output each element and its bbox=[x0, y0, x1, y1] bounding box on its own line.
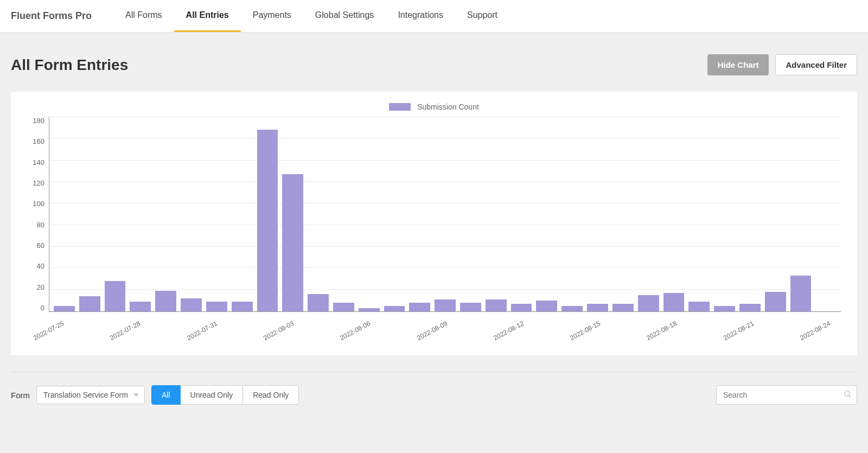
legend-label: Submission Count bbox=[417, 103, 479, 111]
search-input[interactable] bbox=[716, 385, 857, 405]
bar bbox=[612, 304, 634, 311]
y-tick: 80 bbox=[37, 221, 44, 229]
filters-row: Form Translation Service Form AllUnread … bbox=[11, 385, 857, 405]
chart-area: 180160140120100806040200 2022-07-252022-… bbox=[27, 117, 841, 339]
chart-card: Submission Count 18016014012010080604020… bbox=[11, 92, 857, 355]
nav-tab-all-entries[interactable]: All Entries bbox=[174, 0, 241, 32]
bar bbox=[181, 298, 202, 311]
bar bbox=[257, 130, 278, 311]
bar bbox=[790, 276, 812, 311]
bar bbox=[638, 295, 659, 311]
x-tick: 2022-08-09 bbox=[416, 320, 449, 342]
bar bbox=[714, 306, 735, 311]
bar bbox=[105, 281, 126, 311]
bar bbox=[765, 292, 786, 311]
bar bbox=[130, 302, 151, 311]
bar bbox=[359, 308, 380, 311]
bar bbox=[739, 304, 761, 311]
y-tick: 160 bbox=[33, 137, 44, 145]
chart-x-axis: 2022-07-252022-07-282022-07-312022-08-03… bbox=[49, 312, 841, 339]
page-title: All Form Entries bbox=[11, 56, 128, 74]
x-tick: 2022-08-12 bbox=[492, 320, 525, 342]
bar bbox=[155, 291, 176, 311]
nav-tabs: All FormsAll EntriesPaymentsGlobal Setti… bbox=[113, 0, 509, 32]
form-select[interactable]: Translation Service Form bbox=[36, 386, 145, 404]
nav-tab-integrations[interactable]: Integrations bbox=[386, 0, 455, 32]
hide-chart-button[interactable]: Hide Chart bbox=[707, 54, 769, 75]
top-nav: Fluent Forms Pro All FormsAll EntriesPay… bbox=[0, 0, 868, 33]
x-tick: 2022-08-24 bbox=[799, 320, 832, 342]
bar bbox=[511, 304, 532, 311]
x-tick: 2022-08-06 bbox=[339, 320, 372, 342]
filter-all[interactable]: All bbox=[151, 385, 181, 405]
filter-read-only[interactable]: Read Only bbox=[243, 385, 299, 405]
y-tick: 40 bbox=[37, 262, 44, 270]
bar bbox=[333, 303, 354, 311]
y-tick: 100 bbox=[33, 200, 44, 208]
status-filter-group: AllUnread OnlyRead Only bbox=[151, 385, 299, 405]
bar bbox=[688, 302, 710, 311]
x-tick: 2022-08-15 bbox=[569, 320, 602, 342]
nav-tab-all-forms[interactable]: All Forms bbox=[113, 0, 174, 32]
bar bbox=[536, 301, 557, 311]
y-tick: 140 bbox=[33, 158, 44, 167]
chart-bars bbox=[49, 117, 841, 311]
bar bbox=[663, 293, 685, 311]
chart-plot bbox=[49, 117, 841, 312]
y-tick: 180 bbox=[33, 117, 44, 125]
y-tick: 0 bbox=[41, 304, 44, 312]
header-actions: Hide Chart Advanced Filter bbox=[707, 54, 857, 75]
advanced-filter-button[interactable]: Advanced Filter bbox=[775, 54, 857, 75]
page-header: All Form Entries Hide Chart Advanced Fil… bbox=[11, 54, 857, 75]
nav-tab-global-settings[interactable]: Global Settings bbox=[303, 0, 386, 32]
x-tick: 2022-07-28 bbox=[109, 320, 142, 342]
x-tick: 2022-08-18 bbox=[646, 320, 679, 342]
bar bbox=[384, 306, 405, 311]
svg-point-0 bbox=[845, 391, 850, 396]
search-wrap bbox=[716, 385, 857, 405]
y-tick: 60 bbox=[37, 241, 44, 250]
nav-tab-support[interactable]: Support bbox=[455, 0, 509, 32]
bar bbox=[486, 299, 507, 311]
x-tick: 2022-08-03 bbox=[262, 320, 295, 342]
search-icon bbox=[843, 390, 852, 400]
bar bbox=[232, 302, 253, 311]
bar bbox=[308, 294, 329, 311]
chart-legend: Submission Count bbox=[27, 103, 841, 111]
bar bbox=[587, 304, 608, 311]
form-select-label: Form bbox=[11, 391, 30, 400]
brand-title: Fluent Forms Pro bbox=[11, 10, 92, 22]
bar bbox=[435, 299, 456, 311]
y-tick: 20 bbox=[37, 283, 44, 291]
nav-tab-payments[interactable]: Payments bbox=[241, 0, 303, 32]
bar bbox=[79, 296, 100, 311]
divider bbox=[11, 372, 857, 372]
chart-y-axis: 180160140120100806040200 bbox=[27, 117, 49, 312]
x-tick: 2022-07-25 bbox=[32, 320, 65, 342]
bar bbox=[206, 302, 227, 311]
svg-line-1 bbox=[849, 395, 851, 397]
bar bbox=[561, 306, 583, 311]
x-tick: 2022-08-21 bbox=[722, 320, 755, 342]
y-tick: 120 bbox=[33, 179, 44, 187]
bar bbox=[54, 306, 75, 311]
bar bbox=[409, 303, 430, 311]
bar bbox=[282, 174, 303, 311]
filters-left: Form Translation Service Form AllUnread … bbox=[11, 385, 299, 405]
filter-unread-only[interactable]: Unread Only bbox=[181, 385, 244, 405]
x-tick: 2022-07-31 bbox=[186, 320, 219, 342]
bar bbox=[460, 303, 481, 311]
legend-swatch bbox=[389, 103, 411, 111]
